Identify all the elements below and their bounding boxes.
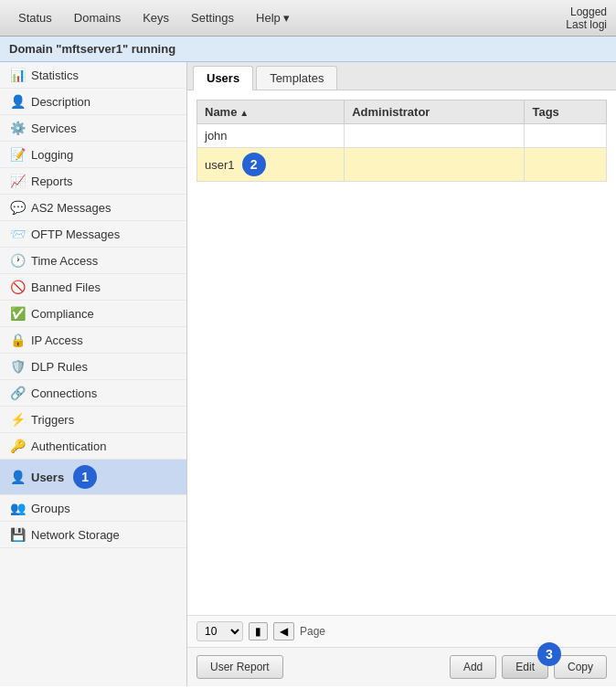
last-login-label: Last logi (566, 18, 607, 31)
help-label: Help (256, 11, 281, 25)
sidebar-label-description: Description (31, 95, 90, 109)
sidebar-item-oftp-messages[interactable]: 📨OFTP Messages (0, 221, 186, 248)
tabs-bar: Users Templates (187, 62, 616, 90)
ip-access-icon: 🔒 (9, 333, 26, 347)
page-label: Page (300, 625, 325, 638)
help-arrow-icon: ▾ (283, 11, 290, 25)
sidebar-label-ip-access: IP Access (31, 333, 83, 347)
sidebar-item-statistics[interactable]: 📊Statistics (0, 62, 186, 89)
authentication-icon: 🔑 (9, 439, 26, 453)
sidebar-item-dlp-rules[interactable]: 🛡️DLP Rules (0, 354, 186, 380)
nav-keys[interactable]: Keys (133, 6, 178, 29)
sidebar-label-logging: Logging (31, 148, 73, 162)
sidebar-label-groups: Groups (31, 502, 70, 515)
groups-icon: 👥 (9, 501, 26, 515)
sidebar-item-services[interactable]: ⚙️Services (0, 115, 186, 142)
sidebar-label-connections: Connections (31, 386, 97, 400)
cell-administrator (345, 148, 525, 182)
banned-files-icon: 🚫 (9, 280, 26, 294)
sidebar-label-statistics: Statistics (31, 69, 79, 82)
oftp-messages-icon: 📨 (9, 227, 26, 241)
domain-bar: Domain "mftserver1" running (0, 37, 616, 62)
sidebar: 📊Statistics👤Description⚙️Services📝Loggin… (0, 62, 187, 686)
cell-tags (525, 148, 607, 182)
sidebar-label-time-access: Time Access (31, 254, 98, 268)
sidebar-label-triggers: Triggers (31, 413, 74, 427)
sidebar-item-logging[interactable]: 📝Logging (0, 142, 186, 168)
network-storage-icon: 💾 (9, 527, 26, 542)
nav-settings[interactable]: Settings (182, 6, 243, 29)
sidebar-item-groups[interactable]: 👥Groups (0, 495, 186, 522)
table-row[interactable]: user12 (197, 148, 607, 182)
sidebar-item-connections[interactable]: 🔗Connections (0, 380, 186, 407)
nav-links: Status Domains Keys Settings Help ▾ (9, 6, 299, 29)
action-bar: User Report Add Edit 3 Copy (187, 647, 616, 686)
sidebar-label-banned-files: Banned Files (31, 280, 101, 294)
services-icon: ⚙️ (9, 121, 26, 135)
as2-messages-icon: 💬 (9, 200, 26, 215)
top-nav: Status Domains Keys Settings Help ▾ Logg… (0, 0, 616, 37)
col-tags: Tags (525, 101, 607, 124)
sidebar-label-services: Services (31, 122, 77, 135)
sidebar-label-network-storage: Network Storage (31, 528, 120, 542)
cell-administrator (345, 124, 525, 148)
sidebar-label-as2-messages: AS2 Messages (31, 201, 111, 215)
statistics-icon: 📊 (9, 68, 26, 82)
time-access-icon: 🕐 (9, 253, 26, 268)
description-icon: 👤 (9, 94, 26, 109)
sidebar-item-description[interactable]: 👤Description (0, 89, 186, 115)
table-row[interactable]: john (197, 124, 607, 148)
sidebar-item-triggers[interactable]: ⚡Triggers (0, 407, 186, 433)
cell-tags (525, 124, 607, 148)
step-badge-3: 3 (537, 642, 561, 666)
user-report-button[interactable]: User Report (196, 655, 283, 679)
cell-name: user12 (197, 148, 345, 182)
tab-templates[interactable]: Templates (256, 66, 337, 90)
nav-help[interactable]: Help ▾ (247, 6, 299, 29)
users-table: Name Administrator Tags johnuser12 (196, 100, 607, 182)
sidebar-item-compliance[interactable]: ✅Compliance (0, 301, 186, 327)
nav-status[interactable]: Status (9, 6, 61, 29)
sidebar-item-time-access[interactable]: 🕐Time Access (0, 248, 186, 274)
sidebar-item-reports[interactable]: 📈Reports (0, 168, 186, 195)
sidebar-item-authentication[interactable]: 🔑Authentication (0, 433, 186, 460)
sidebar-label-authentication: Authentication (31, 439, 106, 453)
users-icon: 👤 (9, 470, 26, 484)
step-badge-2: 2 (242, 153, 266, 176)
sidebar-label-compliance: Compliance (31, 307, 94, 321)
add-button[interactable]: Add (450, 655, 496, 679)
reports-icon: 📈 (9, 174, 26, 188)
first-page-btn[interactable]: ▮ (249, 622, 268, 640)
sidebar-label-oftp-messages: OFTP Messages (31, 228, 120, 241)
connections-icon: 🔗 (9, 386, 26, 400)
table-container: Name Administrator Tags johnuser12 (187, 90, 616, 615)
compliance-icon: ✅ (9, 306, 26, 321)
cell-name: john (197, 124, 345, 148)
login-info: Logged Last logi (566, 5, 607, 31)
sidebar-item-users[interactable]: 👤Users1 (0, 460, 186, 495)
page-size-select[interactable]: 10 25 50 100 (196, 621, 243, 641)
prev-page-btn[interactable]: ◀ (273, 622, 294, 640)
sidebar-item-ip-access[interactable]: 🔒IP Access (0, 327, 186, 354)
nav-domains[interactable]: Domains (65, 6, 130, 29)
triggers-icon: ⚡ (9, 412, 26, 427)
sidebar-item-as2-messages[interactable]: 💬AS2 Messages (0, 195, 186, 221)
domain-title: Domain "mftserver1" running (9, 42, 175, 56)
logged-in-label: Logged (566, 5, 607, 18)
dlp-rules-icon: 🛡️ (9, 359, 26, 374)
logging-icon: 📝 (9, 147, 26, 162)
tab-users[interactable]: Users (193, 66, 253, 90)
sidebar-label-reports: Reports (31, 175, 73, 188)
content-area: Users Templates Name Administrator Tags … (187, 62, 616, 686)
sidebar-item-banned-files[interactable]: 🚫Banned Files (0, 274, 186, 301)
copy-button[interactable]: Copy (554, 655, 607, 679)
sidebar-item-network-storage[interactable]: 💾Network Storage (0, 522, 186, 548)
main-layout: 📊Statistics👤Description⚙️Services📝Loggin… (0, 62, 616, 686)
col-administrator[interactable]: Administrator (345, 101, 525, 124)
col-name[interactable]: Name (197, 101, 345, 124)
sidebar-label-dlp-rules: DLP Rules (31, 360, 88, 374)
step-badge-1: 1 (73, 465, 97, 489)
sidebar-label-users: Users (31, 471, 64, 484)
